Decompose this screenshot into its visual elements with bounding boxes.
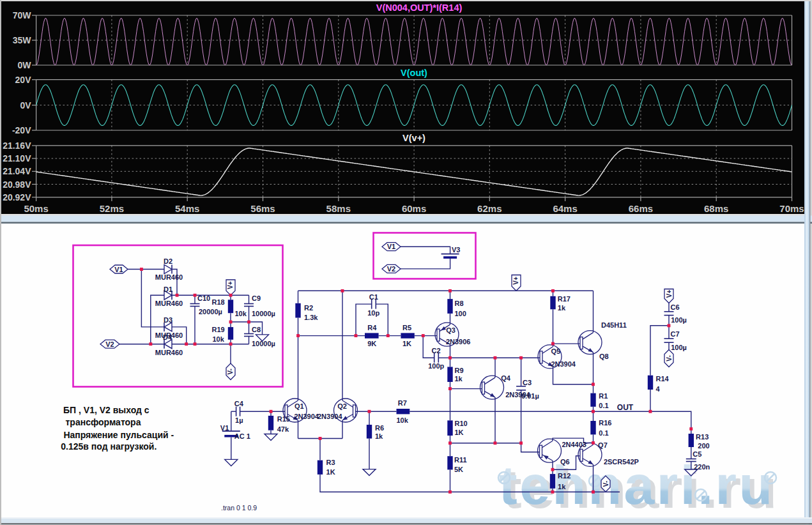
svg-text:V-: V- (602, 481, 609, 487)
svg-text:R16: R16 (599, 419, 611, 427)
svg-text:1K: 1K (402, 340, 411, 347)
svg-text:20V: 20V (15, 75, 32, 85)
svg-text:Q7: Q7 (598, 441, 608, 449)
svg-text:D45H11: D45H11 (601, 321, 627, 329)
svg-text:D3: D3 (164, 316, 172, 324)
svg-text:10k: 10k (213, 335, 225, 343)
svg-text:V+: V+ (227, 281, 234, 289)
svg-text:Q8: Q8 (599, 353, 609, 360)
svg-text:-20V: -20V (12, 125, 31, 135)
svg-text:1k: 1k (558, 304, 566, 312)
svg-text:R17: R17 (558, 295, 571, 303)
svg-text:2N3904: 2N3904 (294, 413, 319, 420)
svg-text:1K: 1K (326, 468, 335, 476)
svg-text:трансформатора: трансформатора (66, 417, 141, 427)
svg-text:100p: 100p (428, 362, 444, 370)
svg-text:0.1: 0.1 (599, 429, 608, 437)
svg-text:62ms: 62ms (477, 203, 502, 214)
svg-text:R4: R4 (367, 324, 377, 331)
svg-text:Q1: Q1 (295, 402, 304, 410)
svg-text:C2: C2 (432, 347, 441, 354)
svg-text:R9: R9 (455, 367, 464, 374)
svg-text:50ms: 50ms (24, 203, 48, 214)
svg-text:R8: R8 (455, 300, 464, 307)
svg-text:.tran 0 1 0.9: .tran 0 1 0.9 (221, 504, 257, 512)
svg-text:1K: 1K (455, 429, 464, 436)
svg-text:70ms: 70ms (779, 203, 804, 214)
svg-text:V1: V1 (387, 243, 395, 250)
svg-text:V2: V2 (387, 265, 395, 273)
svg-text:5K: 5K (454, 466, 463, 473)
svg-text:Q6: Q6 (560, 458, 570, 466)
svg-text:60ms: 60ms (402, 203, 426, 214)
svg-text:V(N004,OUT)*I(R14): V(N004,OUT)*I(R14) (376, 3, 463, 13)
svg-text:220n: 220n (694, 463, 710, 471)
svg-text:R15: R15 (277, 415, 290, 423)
svg-text:1k: 1k (558, 483, 566, 491)
svg-text:200: 200 (698, 442, 709, 450)
svg-text:56ms: 56ms (250, 203, 275, 214)
svg-text:C10: C10 (197, 294, 210, 302)
svg-text:64ms: 64ms (553, 203, 577, 214)
svg-text:2SCR542P: 2SCR542P (604, 458, 639, 466)
svg-text:R6: R6 (375, 424, 384, 432)
svg-text:R12: R12 (558, 472, 571, 480)
svg-text:2N3904: 2N3904 (318, 413, 342, 420)
svg-text:10k: 10k (396, 416, 408, 424)
svg-text:D1: D1 (164, 285, 172, 293)
svg-text:V3: V3 (452, 246, 460, 254)
svg-text:БП , V1, V2 выход с: БП , V1, V2 выход с (63, 405, 149, 415)
svg-text:V-: V- (666, 355, 673, 361)
svg-text:C7: C7 (671, 330, 680, 338)
svg-text:R2: R2 (304, 304, 313, 312)
svg-text:AC 1: AC 1 (234, 432, 250, 440)
svg-text:100µ: 100µ (671, 316, 687, 324)
svg-text:21.04V: 21.04V (3, 166, 31, 176)
svg-text:10000µ: 10000µ (252, 340, 275, 347)
svg-text:4: 4 (656, 385, 661, 393)
svg-text:Q4: Q4 (501, 374, 511, 382)
svg-text:70W: 70W (13, 10, 32, 20)
svg-text:9K: 9K (367, 340, 376, 347)
svg-text:66ms: 66ms (629, 203, 653, 214)
svg-text:10p: 10p (367, 309, 379, 317)
svg-text:1k: 1k (455, 375, 463, 383)
svg-text:R5: R5 (402, 324, 411, 331)
svg-text:Q3: Q3 (446, 326, 456, 334)
svg-text:20000µ: 20000µ (199, 308, 222, 316)
svg-text:2N4403: 2N4403 (562, 441, 586, 448)
svg-text:R14: R14 (656, 375, 670, 383)
svg-text:100µ: 100µ (671, 344, 687, 351)
svg-text:21.16V: 21.16V (3, 141, 31, 151)
svg-text:V+: V+ (666, 290, 673, 298)
svg-text:0W: 0W (18, 60, 32, 70)
svg-text:C8: C8 (252, 326, 261, 333)
svg-text:D4: D4 (163, 333, 172, 341)
svg-text:OUT: OUT (617, 403, 634, 412)
svg-text:0V: 0V (20, 100, 31, 110)
svg-text:Напряжение пульсаций -: Напряжение пульсаций - (63, 430, 174, 440)
svg-text:MUR460: MUR460 (155, 349, 183, 356)
svg-text:C6: C6 (671, 303, 680, 311)
svg-text:MUR460: MUR460 (155, 273, 183, 281)
svg-text:1.3k: 1.3k (304, 314, 318, 321)
svg-text:R10: R10 (455, 420, 468, 427)
svg-text:20.92V: 20.92V (3, 192, 31, 202)
svg-text:52ms: 52ms (100, 203, 124, 214)
svg-text:1k: 1k (375, 432, 383, 440)
svg-text:68ms: 68ms (704, 203, 728, 214)
svg-text:0.125в под нагрузкой.: 0.125в под нагрузкой. (61, 441, 157, 452)
svg-text:V+: V+ (513, 277, 520, 285)
svg-text:21.10V: 21.10V (3, 153, 31, 164)
svg-text:V1: V1 (220, 424, 229, 432)
svg-text:V2: V2 (105, 340, 114, 348)
svg-text:C9: C9 (252, 294, 261, 302)
svg-text:35W: 35W (13, 35, 32, 45)
svg-text:R13: R13 (696, 433, 709, 441)
svg-text:R11: R11 (454, 456, 467, 464)
svg-text:2N3906: 2N3906 (446, 338, 471, 346)
svg-text:20.98V: 20.98V (3, 179, 31, 190)
svg-text:R3: R3 (326, 459, 335, 466)
svg-text:R19: R19 (212, 326, 225, 333)
svg-text:C1: C1 (369, 293, 378, 301)
